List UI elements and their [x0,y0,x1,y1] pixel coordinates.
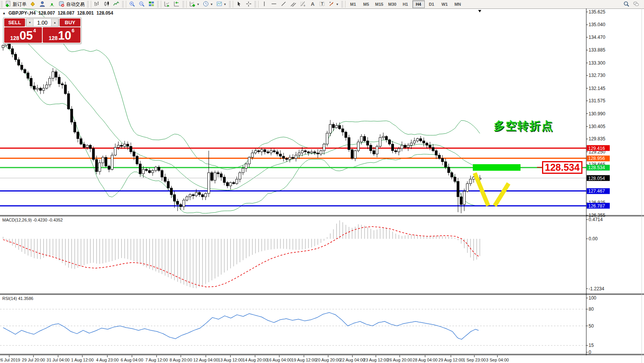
candle-bullish [323,144,325,151]
price-tick-134.470: 134.470 [589,35,605,40]
sell-price-button[interactable]: 128 05 4 [4,27,42,43]
ohlc-high: 128.087 [58,10,74,16]
candle-bullish [251,153,254,157]
candle-bearish [345,132,347,137]
candle-bearish [351,150,353,158]
yellow-v-stroke-2[interactable] [495,183,509,206]
candle-bearish [257,151,260,152]
turning-point-annotation: 多空转折点 [494,118,553,134]
candle-bearish [58,77,60,84]
time-label: 6 Aug 04:00 [121,358,143,362]
candle-bearish [11,49,13,54]
candle-bearish [273,151,275,152]
candle-bullish [413,141,415,143]
price-tick-132.730: 132.730 [589,73,605,78]
buy-button[interactable]: BUY [60,18,80,27]
candle-bearish [30,78,32,86]
candle-bearish [161,170,163,177]
candle-bearish [201,195,204,197]
candle-bearish [276,152,279,154]
candle-bullish [360,137,363,142]
candle-bearish [348,138,350,150]
ohlc-open: 128.007 [38,10,55,16]
time-label: 20 Aug 20:00 [316,358,341,362]
candle-bearish [429,145,431,148]
candle-bearish [432,147,434,151]
sell-price-prefix: 128 [10,35,19,41]
rsi-label: RSI(14) 41.3586 [2,296,33,301]
candle-bearish [105,157,107,166]
candle-bullish [298,153,300,155]
time-label: 12 Aug 04:00 [194,358,219,362]
candle-bearish [95,160,98,172]
candle-bearish [388,140,390,144]
time-label: 8 Aug 20:00 [170,358,192,362]
price-tick-132.145: 132.145 [589,86,605,91]
candle-bearish [367,141,369,145]
rsi-tick-15: 15 [589,343,594,348]
sell-button[interactable]: SELL [4,18,25,27]
buy-price-pip: 6 [72,28,74,33]
candle-bullish [254,151,257,153]
price-tick-135.040: 135.040 [589,22,605,27]
candle-bullish [335,125,338,128]
time-label: 26 Jul 2019 [0,358,20,362]
candle-bullish [152,170,154,173]
candle-bullish [310,152,313,153]
candle-bullish [469,179,472,183]
candle-bearish [24,70,26,73]
candle-bullish [49,78,51,85]
candle-bullish [86,145,88,148]
candle-bullish [236,179,238,183]
volume-down-button[interactable]: ▼ [26,19,33,26]
candle-bearish [139,164,141,174]
time-label: 31 Jul 04:00 [47,358,70,362]
time-label: 29 Aug 12:00 [439,358,464,362]
symbol-marker-icon: ▲ [2,11,6,15]
volume-input[interactable]: 1.00 [33,19,51,26]
candle-bullish [42,88,45,90]
buy-price-button[interactable]: 128 10 6 [43,27,80,43]
candle-bullish [98,163,101,172]
chart-canvas[interactable] [0,0,644,363]
candle-bearish [55,72,57,77]
candle-bullish [117,145,120,148]
volume-up-button[interactable]: ▲ [51,19,58,26]
sell-price-pip: 4 [33,28,36,33]
time-label: 22 Aug 04:00 [340,358,365,362]
volume-spinner: ▼ 1.00 ▲ [26,18,59,27]
candle-bearish [120,145,123,147]
ohlc-close: 128.054 [97,10,113,16]
candle-bearish [73,122,76,132]
candle-bearish [457,182,459,197]
candle-bearish [226,183,229,186]
price-flag-128.534: 128.534 [587,165,610,170]
candle-bearish [217,173,219,174]
candle-bearish [92,148,95,160]
time-label: 26 Aug 20:00 [387,358,412,362]
candle-bullish [36,88,38,89]
candle-bearish [148,170,151,173]
candle-bullish [186,197,188,200]
candle-bullish [205,193,207,197]
candle-bearish [339,125,341,129]
time-label: 28 Aug 04:00 [413,358,438,362]
candle-bearish [70,109,73,122]
green-highlight-rect[interactable] [473,164,521,171]
candle-bullish [295,155,297,158]
candle-bullish [45,85,48,88]
bollinger-middle-band [3,25,480,190]
time-label: 4 Aug 23:00 [96,358,119,362]
candle-bullish [320,151,322,154]
scroll-marker-icon[interactable] [478,10,481,12]
candle-bullish [52,72,54,78]
candle-bearish [317,153,319,154]
candle-bearish [285,158,288,160]
candle-bearish [83,144,85,148]
candle-bullish [208,173,210,193]
candle-bearish [307,152,310,153]
candle-bearish [21,65,23,69]
candle-bearish [130,147,132,152]
candle-bearish [167,182,169,188]
price-flag-126.787: 126.787 [587,203,610,209]
